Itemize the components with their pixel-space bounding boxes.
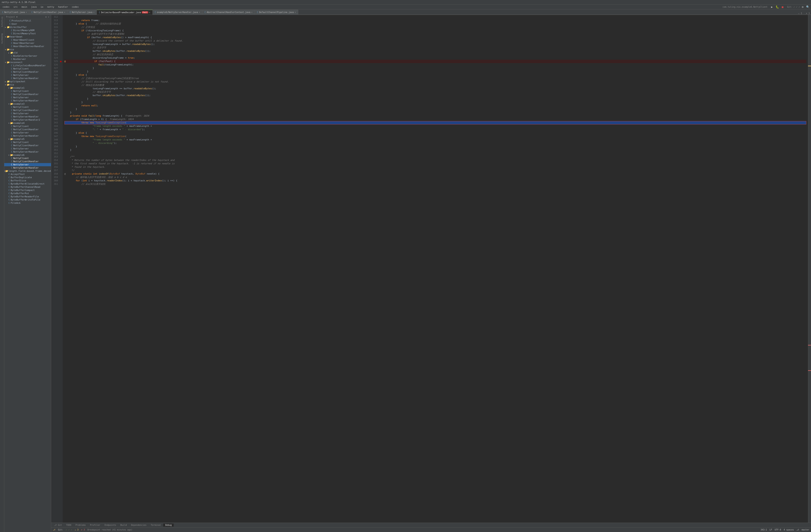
code-line-350: } xyxy=(64,145,806,148)
tree-item-bytebuffercompact[interactable]: C ByteBufferCompact xyxy=(4,189,51,192)
tree-item-nettyclient-reconnect[interactable]: C NettyClient xyxy=(4,67,51,71)
tree-item-nioselectorserver[interactable]: C NioSelectorServer xyxy=(4,54,51,58)
tree-item-nettyserverhandler-ex4[interactable]: C NettyServerHandler xyxy=(4,134,51,138)
tab-close-delimiterbasedframedecoder[interactable]: × xyxy=(149,11,150,14)
tree-item-nettyserver-ex3[interactable]: C NettyServer xyxy=(4,112,51,115)
tree-item-nio2[interactable]: ▼ 📂 nio xyxy=(4,83,51,86)
menu-io[interactable]: io xyxy=(39,5,45,9)
tree-item-nettyclient-ex1[interactable]: C NettyClient xyxy=(4,90,51,93)
tree-item-lifecycleinboundhandler[interactable]: C LifeCycleinBoundHandler xyxy=(4,64,51,67)
tree-item-splitpacket[interactable]: ▶ 📁 splitpacket xyxy=(4,80,51,83)
tree-item-user[interactable]: C User xyxy=(4,22,51,26)
tab-abstractchannelhandlercontext[interactable]: C AbstractChannelHandlerContext.java × xyxy=(202,10,255,15)
tab-nettyserver[interactable]: C NettyServer.java × xyxy=(67,10,97,15)
tree-item-heartbeatserver[interactable]: C HeartBeatServer xyxy=(4,42,51,45)
tab-close-defaultchannelpipeline[interactable]: × xyxy=(295,11,296,13)
tree-item-heartbeatclient[interactable]: C HeartBeatClient xyxy=(4,38,51,42)
tree-item-bytebufferallocatedirect[interactable]: C ByteBufferAllocateDirect xyxy=(4,182,51,185)
bottom-tab-endpoints[interactable]: Endpoints xyxy=(103,523,118,527)
tab-nettyclienthandler[interactable]: C NettyClientHandler.java × xyxy=(29,10,67,15)
menu-netty[interactable]: netty xyxy=(45,5,56,9)
tab-close-nettyclienthandler[interactable]: × xyxy=(64,11,65,13)
gutter-358 xyxy=(59,172,63,176)
tree-item-nettyserverhandler2-ex3[interactable]: C NettyServerHandler2 xyxy=(4,118,51,122)
tree-item-nettyserverhandler-ex1[interactable]: C NettyServerHandler xyxy=(4,99,51,102)
tree-item-bufferslice[interactable]: C BufferSlice xyxy=(4,179,51,182)
search-btn[interactable]: 🔍 xyxy=(806,5,810,10)
tree-item-heartbeat[interactable]: ▼ 📂 heartbeat xyxy=(4,35,51,38)
tree-item-nettyclienthandler-ex1[interactable]: C NettyClientHandler xyxy=(4,93,51,96)
tree-item-nettyclienthandler-ex3[interactable]: C NettyClientHandler xyxy=(4,109,51,112)
run-btn[interactable]: ▶ xyxy=(770,5,774,10)
tree-item-nettyclienthandler-reconnect[interactable]: C NettyClientHandler xyxy=(4,71,51,74)
bottom-tab-problems[interactable]: Problems xyxy=(73,523,88,527)
tree-item-heartbeatserverhandler[interactable]: C HeartBeatServerHandler xyxy=(4,45,51,48)
menu-main[interactable]: main xyxy=(20,5,29,9)
tree-item-directmemorytest[interactable]: C DirectMemoryTest xyxy=(4,32,51,35)
tree-item-nettyserverhandler-ex3[interactable]: C NettyServerHandler xyxy=(4,115,51,118)
tree-item-nettyclient-ex6[interactable]: C NettyClient xyxy=(4,157,51,160)
tree-item-nettyserverhandler-ex6[interactable]: C NettyServerHandler xyxy=(4,166,51,170)
tree-item-nettyserver-ex6[interactable]: C NettyServer xyxy=(4,163,51,166)
stop-btn[interactable]: ■ xyxy=(780,5,785,10)
code-content[interactable]: return frame; } else {// 没找到分隔符的位置 // 正常… xyxy=(63,15,808,522)
tree-item-nettyserverhandler-ex5[interactable]: C NettyServerHandler xyxy=(4,150,51,154)
settings-btn[interactable]: ⚙ xyxy=(800,5,805,10)
tree-item-nettyserver-reconnect[interactable]: C NettyServer xyxy=(4,74,51,77)
tree-item-example4[interactable]: ▼ 📂 example4 xyxy=(4,122,51,125)
tree-item-nettyclient-ex3[interactable]: C NettyClient xyxy=(4,106,51,109)
tree-item-nio[interactable]: ▼ 📂 nio xyxy=(4,48,51,51)
bookmarks-icon[interactable]: Bookmarks xyxy=(1,33,4,45)
tree-item-nettyserver-ex5[interactable]: C NettyServer xyxy=(4,147,51,150)
bottom-tab-dependencies[interactable]: Dependencies xyxy=(129,523,149,527)
tab-close-nettyserverhandler-ex6[interactable]: × xyxy=(199,11,200,13)
tab-nettyserverhandler-ex6[interactable]: C example6/NettyServerHandler.java × xyxy=(153,10,202,15)
menu-codec[interactable]: codec xyxy=(1,5,11,9)
tree-item-bytebufferreaderfile[interactable]: C ByteBufferReaderFile xyxy=(4,195,51,198)
debug-btn[interactable]: 🐛 xyxy=(775,5,780,10)
tree-item-length-field[interactable]: ▼ 📂 length.field.based.frame.decoder xyxy=(4,170,51,173)
tree-item-old[interactable]: ▶ 📁 old xyxy=(4,51,51,54)
tab-defaultchannelpipeline[interactable]: C DefaultChannelPipeline.java × xyxy=(255,10,298,15)
bottom-tab-todo[interactable]: TODO xyxy=(64,523,73,527)
tree-item-nettyserver-ex4[interactable]: C NettyServer xyxy=(4,131,51,134)
tab-nettyclient[interactable]: C NettyClient.java × xyxy=(0,10,29,15)
tree-item-nettyclient-ex4[interactable]: C NettyClient xyxy=(4,125,51,128)
menu-codec2[interactable]: codec xyxy=(70,5,80,9)
tab-close-nettyclient[interactable]: × xyxy=(26,11,27,13)
tree-item-accepttest[interactable]: C AcceptTest xyxy=(4,173,51,176)
tree-item-example3[interactable]: ▼ 📂 example3 xyxy=(4,102,51,106)
tree-item-protostuffutil[interactable]: C ProtostuffUtil xyxy=(4,19,51,22)
tree-item-directbuffer[interactable]: ▶ 📁 directbuffer xyxy=(4,26,51,29)
tree-item-reconnect[interactable]: ▼ 📂 reconnect xyxy=(4,61,51,64)
menu-src[interactable]: src xyxy=(12,5,19,9)
tab-close-abstractchannelhandlercontext[interactable]: × xyxy=(251,11,253,13)
tree-item-example1[interactable]: ▼ 📂 example1 xyxy=(4,86,51,90)
tree-item-bytebufferchannelread[interactable]: C ByteBufferChannelRead xyxy=(4,185,51,189)
tree-item-bytebufferput[interactable]: C ByteBufferPut xyxy=(4,192,51,195)
tree-item-example6[interactable]: ▼ 📂 example6 xyxy=(4,154,51,157)
bottom-tab-terminal[interactable]: Terminal xyxy=(149,523,163,527)
tree-item-nettyclienthandler-ex4[interactable]: C NettyClientHandler xyxy=(4,128,51,131)
menu-handler[interactable]: handler xyxy=(56,5,70,9)
tab-close-nettyserver[interactable]: × xyxy=(93,11,94,13)
tree-item-nettyclient-ex5[interactable]: C NettyClient xyxy=(4,141,51,144)
tree-item-directmemoryoom[interactable]: C DirectMemoryOOM xyxy=(4,29,51,32)
bottom-tab-profiler[interactable]: Profiler xyxy=(88,523,102,527)
tree-item-nettyclienthandler-ex5[interactable]: C NettyClientHandler xyxy=(4,144,51,147)
tree-item-nioserver[interactable]: C NioServer xyxy=(4,58,51,61)
tree-item-bufferduplicate[interactable]: C BufferDuplicate xyxy=(4,176,51,179)
bottom-tab-build[interactable]: Build xyxy=(118,523,129,527)
menu-java[interactable]: java xyxy=(29,5,39,9)
tree-item-nettyserver-ex1[interactable]: C NettyServer xyxy=(4,96,51,99)
tree-label-nettyserverhandler-ex3: NettyServerHandler xyxy=(13,115,51,118)
tree-item-nettyclienthandler-ex6[interactable]: C NettyClientHandler xyxy=(4,160,51,163)
tree-item-nettyserverhandler-reconnect[interactable]: C NettyServerHandler xyxy=(4,77,51,80)
tree-item-bytebufferwritetofile[interactable]: C ByteBufferWriteToFile xyxy=(4,198,51,201)
tab-delimiterbasedframedecoder[interactable]: C DelimiterBasedFrameDecoder.java fail × xyxy=(97,10,152,15)
tree-item-example5[interactable]: ▼ 📂 example5 xyxy=(4,138,51,141)
bottom-tab-debug[interactable]: Debug xyxy=(163,523,174,527)
bottom-tab-git[interactable]: ⎇ Git xyxy=(52,523,64,527)
structure-icon[interactable]: Structure xyxy=(1,16,4,28)
tree-item-fileack[interactable]: C FileAck xyxy=(4,201,51,205)
